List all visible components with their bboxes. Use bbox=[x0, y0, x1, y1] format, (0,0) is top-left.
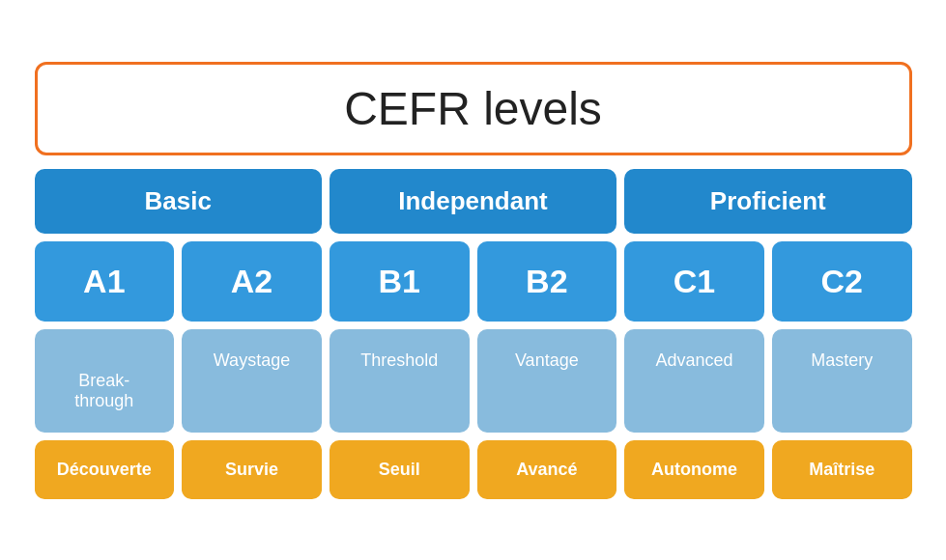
level-c1: C1 bbox=[624, 241, 764, 322]
page-title: CEFR levels bbox=[38, 82, 909, 135]
level-a1: A1 bbox=[35, 241, 175, 322]
fr-survie: Survie bbox=[182, 440, 322, 499]
fr-avance: Avancé bbox=[477, 440, 617, 499]
eng-threshold: Threshold bbox=[330, 329, 470, 433]
category-basic: Basic bbox=[35, 169, 322, 234]
eng-advanced: Advanced bbox=[624, 329, 764, 433]
cefr-grid: Basic Independant Proficient A1 A2 B1 B2… bbox=[35, 169, 912, 499]
eng-breakthrough: Break-through bbox=[35, 329, 175, 433]
eng-vantage: Vantage bbox=[477, 329, 617, 433]
category-independant: Independant bbox=[330, 169, 616, 234]
fr-seuil: Seuil bbox=[330, 440, 470, 499]
eng-waystage: Waystage bbox=[182, 329, 322, 433]
level-a2: A2 bbox=[182, 241, 322, 322]
main-container: CEFR levels Basic Independant Proficient… bbox=[19, 46, 928, 515]
eng-mastery: Mastery bbox=[772, 329, 912, 433]
category-proficient: Proficient bbox=[624, 169, 911, 234]
fr-maitrise: Maîtrise bbox=[772, 440, 912, 499]
level-c2: C2 bbox=[772, 241, 912, 322]
level-b2: B2 bbox=[477, 241, 617, 322]
fr-autonome: Autonome bbox=[624, 440, 764, 499]
title-box: CEFR levels bbox=[35, 62, 912, 155]
level-b1: B1 bbox=[330, 241, 470, 322]
fr-decouverte: Découverte bbox=[35, 440, 175, 499]
